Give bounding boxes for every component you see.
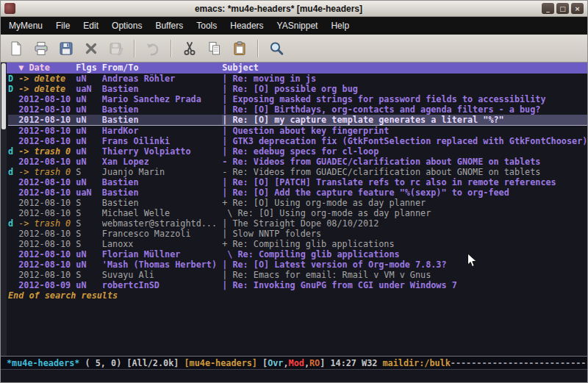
message-from: Bastien [102,84,222,94]
menu-yasnippet[interactable]: YASnippet [270,17,325,35]
new-file-icon[interactable] [7,39,26,58]
message-mark [8,259,18,270]
message-row[interactable]: 2012-08-10uNFrans Oilinki| GTK3 deprecat… [8,136,587,146]
message-row[interactable]: 2012-08-10uNBastien| Re: [O] my capture … [8,115,587,126]
message-from: Frans Oilinki [102,136,222,146]
message-row[interactable]: 2012-08-10uNBastien| Re: [O] Birthdays, … [8,104,587,115]
copy-icon[interactable] [205,39,224,58]
save-icon[interactable] [57,39,76,58]
message-row[interactable]: 2012-08-09uNrobertcInSD| Re: Invoking Gn… [8,280,587,290]
message-date: 2012-08-10 [18,115,76,125]
message-row[interactable]: d-> trash 0SJuanjo Marin- Re: Videos fro… [8,167,587,177]
cut-icon[interactable] [180,39,199,58]
menu-bar: MyMenuFileEditOptionsBuffersToolsHeaders… [1,17,587,35]
menu-mymenu[interactable]: MyMenu [2,17,49,35]
message-subject: | Question about key fingerprint [222,126,587,136]
message-date: 2012-08-10 [18,208,76,218]
header-spacer [8,62,18,74]
column-header-subject[interactable]: Subject [222,62,587,74]
window-title: emacs: *mu4e-headers* [mu4e-headers] [19,4,538,14]
message-row[interactable]: 2012-08-10SBastien+ Re: [O] Using org-mo… [8,198,587,208]
message-mark: d [8,218,18,229]
menu-help[interactable]: Help [324,17,356,35]
message-row[interactable]: D-> deleteuaNBastien| Re: [O] possible o… [8,84,587,94]
scrollbar-thumb[interactable] [1,63,6,129]
message-subject: | Re: [O] [PATCH] Translate refs to rc a… [222,177,587,187]
mode-line: *mu4e-headers* ( 5, 0) [All/2.0k] [mu4e-… [1,356,587,370]
modeline-ro: RO [309,358,320,368]
close-button[interactable]: × [571,3,584,14]
message-subject: | Re: [O] Birthdays, org-contacts and ag… [222,104,587,115]
message-date: 2012-08-10 [18,187,76,198]
message-mark [8,198,18,208]
message-flags: uN [76,74,102,84]
window-controls: _□× [542,3,584,14]
scrollbar-track[interactable] [1,62,7,356]
message-mark [8,229,18,239]
message-flags: S [76,167,102,177]
menu-file[interactable]: File [49,17,76,35]
message-flags: uN [76,249,102,259]
message-subject: | Re: Emacs for email: Rmail v VM v Gnus [222,270,587,280]
column-header-flags[interactable]: Flgs [76,62,102,74]
message-flags: uaN [76,84,102,94]
message-row[interactable]: 2012-08-10uNHardKor| Question about key … [8,126,587,136]
minimize-button[interactable]: _ [542,3,554,14]
column-header-from[interactable]: From/To [102,62,222,74]
message-mark [8,270,18,280]
message-mark [8,187,18,198]
modeline-plain: ] [320,358,330,368]
message-row[interactable]: 2012-08-10SMichael Welle \ Re: [O] Using… [8,208,587,218]
search-icon[interactable] [267,39,286,58]
message-flags: uN [76,157,102,167]
column-header-date[interactable]: ▼ Date [18,62,76,74]
menu-headers[interactable]: Headers [223,17,270,35]
echo-area [1,370,587,382]
message-subject: | Slow NNTP folders [222,229,587,239]
message-row[interactable]: 2012-08-10SFrancesco Mazzoli| Slow NNTP … [8,229,587,239]
message-mark [8,208,18,218]
modeline-mode: [mu4e-headers] [184,358,257,368]
emacs-window: emacs: *mu4e-headers* [mu4e-headers] _□×… [0,0,588,383]
close-buffer-icon[interactable] [82,39,101,58]
message-date: -> trash 0 [18,146,76,157]
message-flags: uN [76,94,102,104]
message-flags: uN [76,259,102,270]
modeline-plain: , [283,358,288,368]
message-from: Juanjo Marin [102,167,222,177]
message-flags: uN [76,104,102,115]
message-from: 'Mash (Thomas Herbert) [102,259,222,270]
message-from: Bastien [102,104,222,115]
message-row[interactable]: 2012-08-10SLanoxx+ Re: Compiling glib ap… [8,239,587,249]
maximize-button[interactable]: □ [556,3,569,14]
message-row[interactable]: 2012-08-10uNXan Lopez- Re: Videos from G… [8,157,587,167]
message-row[interactable]: 2012-08-10uNBastien| Re: [O] [PATCH] Tra… [8,177,587,187]
message-from: webmaster@straightd... [102,218,222,229]
message-mark: d [8,146,18,157]
message-flags: uN [76,280,102,290]
message-from: Michael Welle [102,208,222,218]
menu-tools[interactable]: Tools [190,17,223,35]
message-flags: uN [76,177,102,187]
message-row[interactable]: d-> trash 0uNThierry Volpiatto| Re: edeb… [8,146,587,157]
message-row[interactable]: 2012-08-10SSuvayu Ali| Re: Emacs for ema… [8,270,587,280]
menu-options[interactable]: Options [105,17,148,35]
message-row[interactable]: 2012-08-10uN'Mash (Thomas Herbert)| Re: … [8,259,587,270]
print-icon[interactable] [32,39,51,58]
menu-edit[interactable]: Edit [76,17,105,35]
message-subject: + Re: [O] Using org-mode as day planner [222,198,587,208]
menu-buffers[interactable]: Buffers [148,17,190,35]
message-row[interactable]: 2012-08-10uaNBastien| Re: [O] Add the ca… [8,187,587,198]
message-row[interactable]: d-> trash 0Swebmaster@straightd...| The … [8,218,587,229]
message-mark [8,177,18,187]
paste-icon[interactable] [230,39,249,58]
message-row[interactable]: 2012-08-10uNFlorian Müllner \ Re: Compil… [8,249,587,259]
message-flags: S [76,270,102,280]
message-flags: uN [76,146,102,157]
message-row[interactable]: 2012-08-10uNMario Sanchez Prada| Exposin… [8,94,587,104]
message-from: Andreas Röhler [102,74,222,84]
message-row[interactable]: D-> deleteuNAndreas Röhler| Re: moving i… [8,74,587,84]
toolbar-separator [257,40,259,57]
message-date: -> delete [18,84,76,94]
message-from: Thierry Volpiatto [102,146,222,157]
